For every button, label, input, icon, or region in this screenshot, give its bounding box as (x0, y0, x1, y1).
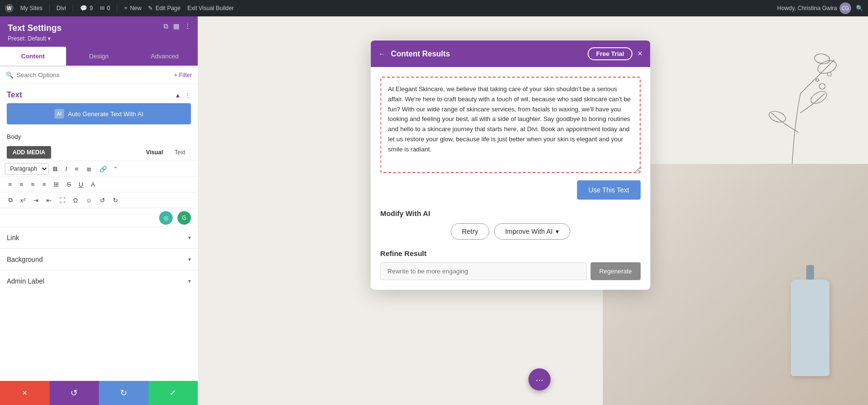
result-textarea[interactable]: At Elegant Skincare, we believe that tak… (380, 77, 641, 173)
visual-tab[interactable]: Visual (140, 147, 169, 158)
message-count[interactable]: ✉ 0 (100, 5, 110, 12)
paste-button[interactable]: ⧉ (5, 194, 16, 206)
refine-title: Refine Result (380, 249, 641, 257)
exit-visual-builder-link[interactable]: Exit Visual Builder (187, 5, 234, 12)
modal-body: At Elegant Skincare, we believe that tak… (371, 67, 651, 290)
fullscreen-button[interactable]: ⛶ (56, 195, 69, 206)
align-justify-button[interactable]: ≡ (39, 179, 50, 190)
ai-green-icon[interactable]: G (177, 211, 191, 225)
refine-row: Regenerate (380, 262, 641, 280)
ol-button[interactable]: ≣ (83, 163, 95, 175)
link-collapsible[interactable]: Link ▾ (7, 234, 191, 242)
blockquote-button[interactable]: " (111, 163, 121, 175)
strikethrough-button[interactable]: S (63, 179, 74, 190)
format-bar-1: Paragraph B I ≡ ≣ 🔗 " (0, 161, 198, 177)
modal-header-right: Free Trial × (587, 47, 642, 60)
more-icon[interactable]: ⋮ (184, 22, 191, 30)
sidebar-title: Text Settings (8, 23, 190, 33)
modal-back-button[interactable]: ← (379, 50, 386, 58)
ai-generate-button[interactable]: AI Auto Generate Text With AI (7, 103, 191, 124)
refine-section: Refine Result Regenerate (380, 249, 641, 280)
regenerate-button[interactable]: Regenerate (591, 262, 641, 280)
superscript-button[interactable]: x² (17, 195, 29, 206)
background-label: Background (7, 256, 43, 263)
text-tab[interactable]: Text (169, 147, 191, 158)
use-this-text-button[interactable]: Use This Text (577, 180, 640, 200)
search-input[interactable] (16, 71, 171, 79)
collapse-icon[interactable]: ▲ (175, 92, 181, 99)
tab-content[interactable]: Content (0, 47, 66, 66)
svg-point-6 (816, 79, 819, 81)
redo-button[interactable]: ↻ (99, 381, 149, 405)
svg-point-5 (827, 72, 831, 76)
tab-advanced[interactable]: Advanced (132, 47, 198, 66)
edit-icon: ✎ (148, 5, 153, 12)
background-section: Background ▾ (0, 248, 198, 270)
admin-label-collapsible[interactable]: Admin Label ▾ (7, 277, 191, 285)
undo-editor-button[interactable]: ↺ (96, 195, 108, 206)
align-right-button[interactable]: ≡ (27, 179, 38, 190)
align-left-button[interactable]: ≡ (5, 179, 15, 190)
link-label: Link (7, 234, 19, 242)
paragraph-select[interactable]: Paragraph (5, 163, 49, 175)
sidebar-header-wrap: Text Settings Preset: Default ▾ ⧉ ▦ ⋮ (0, 16, 198, 47)
edit-page-link[interactable]: ✎ Edit Page (148, 5, 180, 12)
new-link[interactable]: + New (124, 5, 141, 12)
undo-button[interactable]: ↺ (50, 381, 99, 405)
confirm-button[interactable]: ✓ (149, 381, 198, 405)
redo-editor-button[interactable]: ↻ (109, 195, 122, 206)
add-media-button[interactable]: ADD MEDIA (7, 146, 51, 159)
retry-button[interactable]: Retry (451, 223, 489, 240)
refine-input[interactable] (380, 262, 587, 280)
underline-button[interactable]: U (75, 179, 86, 190)
background-collapsible[interactable]: Background ▾ (7, 256, 191, 263)
close-button[interactable]: × (0, 381, 50, 405)
ul-button[interactable]: ≡ (71, 163, 82, 175)
avatar: CG (840, 2, 851, 14)
admin-label-chevron: ▾ (188, 278, 191, 284)
link-button[interactable]: 🔗 (96, 163, 110, 175)
divi-link[interactable]: Divi (56, 5, 66, 12)
message-icon: ✉ (100, 5, 105, 12)
color-button[interactable]: A (87, 179, 98, 190)
admin-bar-right: Howdy, Christina Gwira CG 🔍 (777, 2, 863, 14)
content-results-modal: ← Content Results Free Trial × At Elegan… (371, 40, 651, 290)
tab-design[interactable]: Design (66, 47, 132, 66)
emoji-button[interactable]: ☺ (82, 195, 95, 206)
background-chevron: ▾ (188, 256, 191, 263)
format-bar-3: ⧉ x² ⇥ ⇤ ⛶ Ω ☺ ↺ ↻ (0, 192, 198, 208)
table-button[interactable]: ⊞ (50, 179, 62, 190)
improve-with-ai-button[interactable]: Improve With AI ▾ (494, 223, 570, 240)
my-sites-link[interactable]: My Sites (20, 5, 42, 12)
ai-icons-row: ◎ G (0, 208, 198, 227)
align-center-button[interactable]: ≡ (16, 179, 27, 190)
ai-teal-icon[interactable]: ◎ (159, 211, 173, 225)
sidebar-header-actions: ⧉ ▦ ⋮ (163, 22, 191, 30)
sidebar-preset[interactable]: Preset: Default ▾ (8, 35, 190, 42)
my-sites-label: My Sites (20, 5, 42, 12)
fab-button[interactable]: ··· (529, 368, 551, 391)
free-trial-badge[interactable]: Free Trial (587, 47, 633, 60)
plus-icon: + (124, 5, 127, 12)
wp-icon[interactable]: W (5, 4, 14, 13)
comment-count[interactable]: 💬 9 (80, 5, 93, 12)
divi-label: Divi (56, 5, 66, 12)
filter-button[interactable]: + Filter (174, 72, 192, 79)
bottle (791, 280, 829, 376)
outdent-button[interactable]: ⇤ (43, 195, 55, 206)
special-char-button[interactable]: Ω (70, 195, 81, 206)
indent-button[interactable]: ⇥ (30, 195, 42, 206)
columns-icon[interactable]: ▦ (173, 22, 179, 30)
modal-close-button[interactable]: × (637, 49, 643, 59)
main-layout: Text Settings Preset: Default ▾ ⧉ ▦ ⋮ Co… (0, 16, 868, 405)
user-greeting[interactable]: Howdy, Christina Gwira CG (777, 2, 851, 14)
svg-point-4 (819, 83, 825, 89)
section-more-icon[interactable]: ⋮ (185, 92, 191, 99)
svg-point-2 (809, 89, 828, 106)
use-text-row: Use This Text (380, 180, 641, 200)
italic-button[interactable]: I (62, 163, 70, 175)
bold-button[interactable]: B (50, 163, 61, 175)
search-icon-admin[interactable]: 🔍 (856, 5, 863, 12)
footer-buttons: × ↺ ↻ ✓ (0, 381, 198, 405)
pop-out-icon[interactable]: ⧉ (163, 22, 168, 30)
